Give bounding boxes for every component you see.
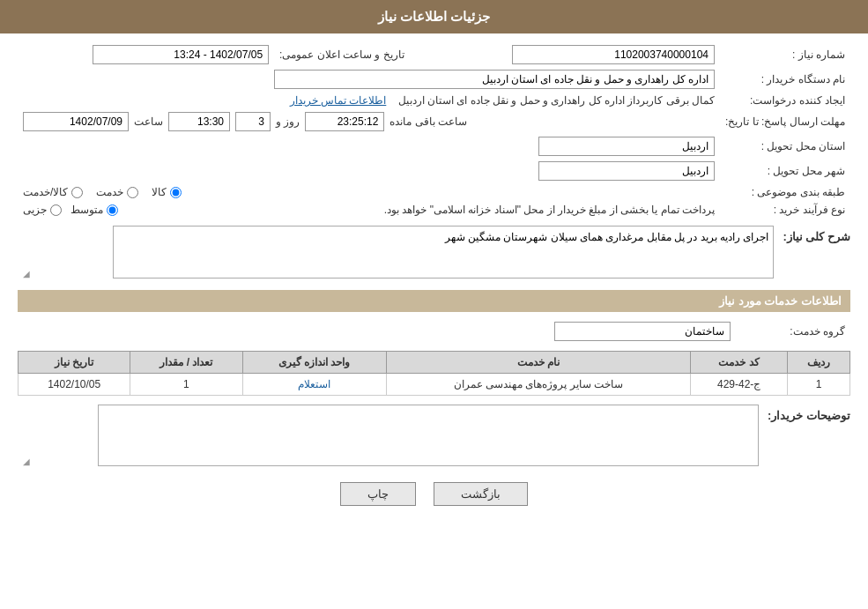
deadline-time-label: ساعت [134,115,163,128]
purchase-type-note: پرداخت تمام یا بخشی از مبلغ خریدار از مح… [127,204,715,216]
radio-item-kala[interactable]: کالا [152,186,182,198]
buyer-notes-row: توضیحات خریدار: ◢ [18,405,850,469]
need-description-title: شرح کلی نیاز: [783,226,850,243]
radio-label-khedmat: خدمت [96,186,123,198]
cell-date: 1402/10/05 [19,374,130,396]
service-group-value [18,319,736,344]
radio-label-mutavasset: متوسط [70,204,103,216]
label-announce-date: تاریخ و ساعت اعلان عمومی: [274,42,410,67]
need-description-row: شرح کلی نیاز: اجرای رادیه برید در پل مقا… [18,226,850,281]
col-header-quantity: تعداد / مقدار [130,352,242,374]
radio-item-jozi[interactable]: جزیی [23,204,62,216]
radio-label-kala: کالا [152,186,167,198]
deadline-remaining-label-text: ساعت باقی مانده [389,115,467,128]
col-header-unit: واحد اندازه گیری [242,352,386,374]
buyer-org-input [274,70,715,89]
label-service-group: گروه خدمت: [736,319,850,344]
page-title: جزئیات اطلاعات نیاز [0,0,868,33]
radio-khedmat[interactable] [127,187,138,198]
buyer-notes-wrapper: ◢ [18,405,759,469]
col-header-row: ردیف [787,352,849,374]
announce-date-input [93,45,269,64]
need-number-value [427,42,720,67]
label-delivery-province: استان محل تحویل : [720,134,850,159]
label-buyer-org: نام دستگاه خریدار : [720,67,850,92]
service-group-table: گروه خدمت: [18,319,850,344]
requester-value: کمال برقی کاربرداز اداره کل راهداری و حم… [18,92,720,109]
deadline-remaining-input [305,112,384,131]
deadline-days-label-text: روز و [276,115,300,128]
purchase-type-value: جزیی متوسط پرداخت تمام یا بخشی از مبلغ خ… [18,201,720,219]
deadline-time-input [168,112,230,131]
delivery-city-value [18,159,720,183]
requester-contact-link[interactable]: اطلاعات تماس خریدار [290,94,387,107]
resize-handle: ◢ [19,269,30,279]
radio-item-mutavasset[interactable]: متوسط [70,204,118,216]
back-button[interactable]: بازگشت [434,482,528,506]
services-table: ردیف کد خدمت نام خدمت واحد اندازه گیری ت… [18,351,850,396]
label-subject-category: طبقه بندی موضوعی : [720,183,850,201]
cell-service-name: ساخت سایر پروژه‌های مهندسی عمران [386,374,691,396]
resize-handle-notes: ◢ [19,457,30,467]
buyer-org-value [18,67,720,92]
need-description-wrapper: اجرای رادیه برید در پل مقابل مرغداری هما… [18,226,774,281]
requester-text: کمال برقی کاربرداز اداره کل راهداری و حم… [398,94,715,107]
page-wrapper: جزئیات اطلاعات نیاز شماره نیاز : تاریخ و… [0,0,868,609]
cell-unit: استعلام [242,374,386,396]
buyer-notes-input[interactable] [98,405,759,466]
col-header-date: تاریخ نیاز [19,352,130,374]
radio-item-kala-khedmat[interactable]: کالا/خدمت [23,186,83,198]
radio-kala[interactable] [170,187,182,198]
table-row: 1 ج-42-429 ساخت سایر پروژه‌های مهندسی عم… [19,374,850,396]
cell-service-code: ج-42-429 [691,374,788,396]
cell-quantity: 1 [130,374,242,396]
label-need-number: شماره نیاز : [720,42,850,67]
radio-label-kala-khedmat: کالا/خدمت [23,186,68,198]
button-bar: بازگشت چاپ [18,482,850,506]
col-header-service-code: کد خدمت [691,352,788,374]
radio-mutavasset[interactable] [107,204,118,216]
radio-jozi[interactable] [50,204,62,216]
print-button[interactable]: چاپ [340,482,416,506]
radio-kala-khedmat[interactable] [71,187,83,198]
label-buyer-notes: توضیحات خریدار: [768,405,850,422]
label-purchase-type: نوع فرآیند خرید : [720,201,850,219]
services-section-title: اطلاعات خدمات مورد نیاز [18,290,850,312]
deadline-date-input [23,112,129,131]
announce-date-value [18,42,274,67]
info-table: شماره نیاز : تاریخ و ساعت اعلان عمومی: ن… [18,42,850,219]
label-reply-deadline: مهلت ارسال پاسخ: تا تاریخ: [720,109,850,134]
subject-category-value: کالا/خدمت خدمت کالا [18,183,720,201]
need-description-input[interactable]: اجرای رادیه برید در پل مقابل مرغداری هما… [113,226,774,279]
radio-label-jozi: جزیی [23,204,47,216]
deadline-row: ساعت روز و ساعت باقی مانده [18,109,720,134]
cell-row: 1 [787,374,849,396]
delivery-city-input [538,161,715,181]
delivery-province-value [18,134,720,159]
delivery-province-input [538,137,715,156]
label-requester: ایجاد کننده درخواست: [720,92,850,109]
deadline-days-input [235,112,271,131]
radio-item-khedmat[interactable]: خدمت [96,186,138,198]
need-number-input [512,45,715,64]
main-content: شماره نیاز : تاریخ و ساعت اعلان عمومی: ن… [0,33,868,528]
col-header-service-name: نام خدمت [386,352,691,374]
service-group-input [554,322,731,341]
label-delivery-city: شهر محل تحویل : [720,159,850,183]
